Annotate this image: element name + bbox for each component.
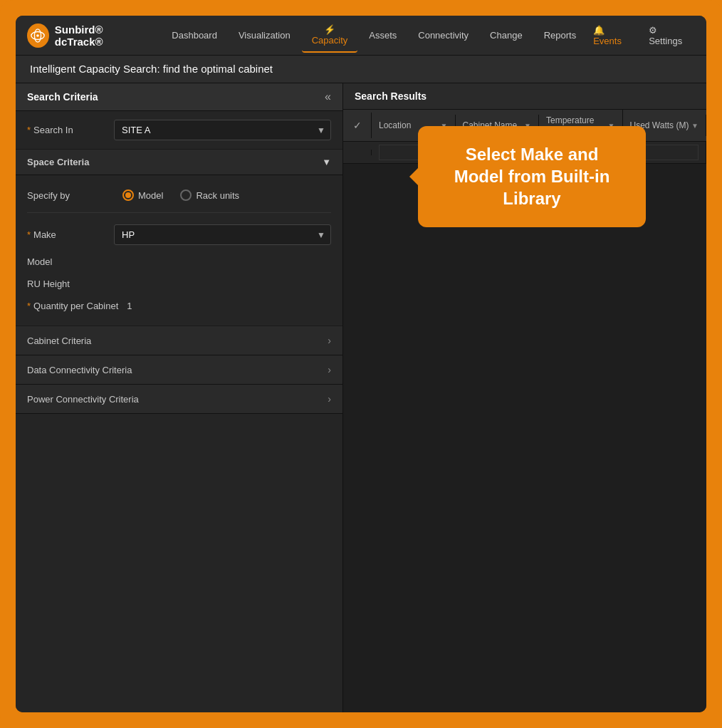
specify-by-group: Specify by Model Rack units: [27, 184, 331, 207]
ru-height-label: RU Height: [27, 279, 105, 289]
location-sort-icon[interactable]: ▼: [441, 122, 448, 130]
cabinet-criteria-section: Cabinet Criteria ›: [16, 326, 342, 355]
radio-rack-btn[interactable]: [180, 189, 192, 201]
app-window: Sunbird® dcTrack® Dashboard Visualizatio…: [16, 16, 706, 712]
location-filter-input[interactable]: [379, 145, 448, 160]
check-icon: ✓: [353, 120, 362, 131]
required-indicator: *: [27, 125, 31, 135]
search-in-select[interactable]: SITE A: [114, 120, 331, 140]
brand-logo: [27, 24, 49, 48]
cabinet-criteria-header[interactable]: Cabinet Criteria ›: [16, 326, 342, 355]
nav-visualization[interactable]: Visualization: [229, 24, 300, 46]
outer-wrapper: Sunbird® dcTrack® Dashboard Visualizatio…: [0, 0, 722, 728]
radio-model-option[interactable]: Model: [122, 189, 163, 201]
nav-events[interactable]: 🔔 Events: [586, 19, 637, 52]
collapse-button[interactable]: «: [325, 90, 331, 103]
quantity-value: 1: [127, 301, 132, 311]
quantity-label: *Quantity per Cabinet: [27, 301, 118, 311]
location-filter-cell: [372, 142, 456, 163]
specify-by-label: Specify by: [27, 190, 105, 201]
power-connectivity-header[interactable]: Power Connectivity Criteria ›: [16, 385, 342, 413]
radio-model-label: Model: [138, 190, 163, 201]
quantity-row: *Quantity per Cabinet 1: [27, 295, 331, 317]
make-row: *Make HP ▼: [27, 219, 331, 251]
search-results-header: Search Results: [343, 83, 706, 110]
nav-items: Dashboard Visualization ⚡ Capacity Asset…: [162, 19, 586, 53]
criteria-title: Search Criteria: [27, 91, 98, 103]
filter-row: [343, 142, 706, 164]
brand: Sunbird® dcTrack®: [27, 24, 145, 48]
divider: [27, 212, 331, 213]
cabinet-name-col-header: Cabinet Name ▼: [456, 115, 540, 136]
model-row: Model: [27, 251, 331, 273]
radio-rack-option[interactable]: Rack units: [180, 189, 239, 201]
search-in-label: *Search In: [27, 125, 105, 135]
cabinet-filter-input[interactable]: [463, 145, 532, 160]
radio-rack-label: Rack units: [196, 190, 239, 201]
temp-sort-icon[interactable]: ▼: [608, 122, 615, 130]
model-label: Model: [27, 256, 105, 267]
power-connectivity-label: Power Connectivity Criteria: [27, 394, 139, 405]
data-connectivity-label: Data Connectivity Criteria: [27, 365, 132, 375]
check-column: ✓: [343, 113, 372, 138]
filter-check-cell: [343, 150, 372, 155]
watts-filter-input[interactable]: [630, 145, 699, 160]
data-connectivity-chevron-icon: ›: [328, 364, 331, 375]
radio-model-btn[interactable]: [122, 189, 134, 201]
nav-change[interactable]: Change: [480, 24, 533, 46]
make-wrapper: HP ▼: [114, 224, 331, 245]
space-criteria-content: Specify by Model Rack units: [16, 175, 342, 326]
nav-right: 🔔 Events ⚙ Settings: [586, 19, 695, 52]
page-title: Intelligent Capacity Search: find the op…: [30, 63, 273, 75]
cabinet-filter-cell: [456, 142, 540, 163]
nav-assets[interactable]: Assets: [359, 24, 407, 46]
svg-point-2: [37, 34, 40, 37]
watts-filter-cell: [623, 142, 707, 163]
left-panel: Search Criteria « *Search In SITE A ▼: [16, 83, 343, 712]
power-connectivity-chevron-icon: ›: [328, 393, 331, 405]
space-criteria-chevron: ▼: [322, 157, 331, 167]
cabinet-sort-icon[interactable]: ▼: [524, 122, 531, 130]
search-in-wrapper: SITE A ▼: [114, 120, 331, 140]
nav-dashboard[interactable]: Dashboard: [162, 24, 227, 46]
watts-sort-icon[interactable]: ▼: [691, 122, 699, 130]
cabinet-criteria-chevron-icon: ›: [328, 335, 331, 346]
criteria-header: Search Criteria «: [16, 83, 342, 111]
top-nav: Sunbird® dcTrack® Dashboard Visualizatio…: [16, 16, 706, 56]
nav-capacity[interactable]: ⚡ Capacity: [302, 19, 358, 53]
data-connectivity-header[interactable]: Data Connectivity Criteria ›: [16, 355, 342, 384]
capacity-icon: ⚡: [324, 24, 335, 35]
brand-name: Sunbird® dcTrack®: [55, 24, 145, 48]
temp-filter-cell: [539, 142, 623, 163]
nav-connectivity[interactable]: Connectivity: [408, 24, 478, 46]
make-label: *Make: [27, 229, 105, 240]
used-watts-col-header: Used Watts (M) ▼: [623, 115, 707, 136]
cabinet-criteria-label: Cabinet Criteria: [27, 336, 91, 346]
space-criteria-header[interactable]: Space Criteria ▼: [16, 150, 342, 175]
main-content: Search Criteria « *Search In SITE A ▼: [16, 83, 706, 712]
ru-height-row: RU Height: [27, 273, 331, 295]
temperature-col-header: Temperature (Max) ▼: [539, 110, 623, 141]
page-header: Intelligent Capacity Search: find the op…: [16, 56, 706, 83]
right-panel: Search Results ✓ Location ▼ Cabinet Name…: [343, 83, 706, 712]
nav-reports[interactable]: Reports: [534, 24, 587, 46]
results-table-header: ✓ Location ▼ Cabinet Name ▼ Temperature …: [343, 110, 706, 142]
data-connectivity-section: Data Connectivity Criteria ›: [16, 355, 342, 385]
nav-settings[interactable]: ⚙ Settings: [642, 19, 695, 52]
power-connectivity-section: Power Connectivity Criteria ›: [16, 385, 342, 414]
make-select[interactable]: HP: [114, 224, 331, 245]
search-in-row: *Search In SITE A ▼: [16, 111, 342, 150]
location-col-header: Location ▼: [372, 115, 456, 136]
temp-filter-input[interactable]: [546, 145, 615, 160]
